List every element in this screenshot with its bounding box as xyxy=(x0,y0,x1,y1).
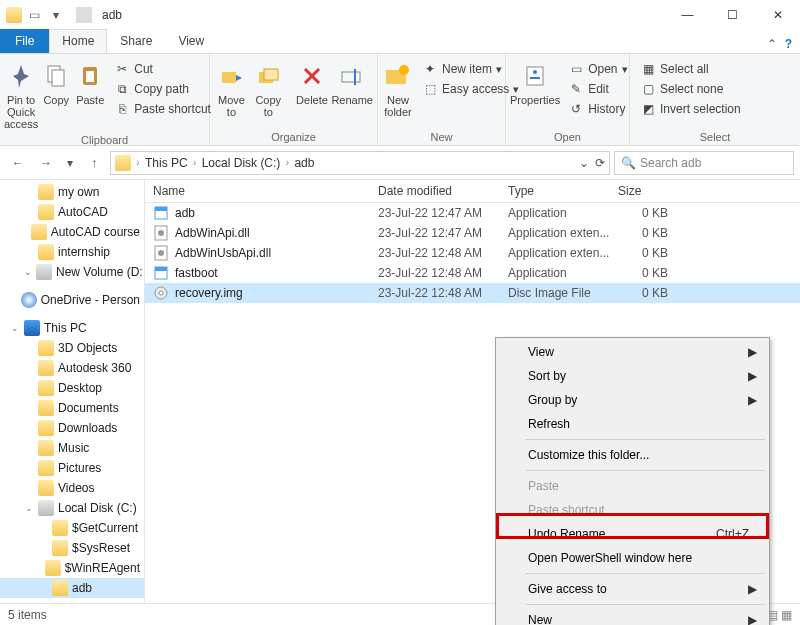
maximize-button[interactable]: ☐ xyxy=(710,0,755,30)
paste-shortcut-button[interactable]: ⎘Paste shortcut xyxy=(112,100,213,118)
cut-button[interactable]: ✂Cut xyxy=(112,60,213,78)
address-bar[interactable]: › This PC› Local Disk (C:)› adb ⌄⟳ xyxy=(110,151,610,175)
tab-view[interactable]: View xyxy=(165,29,217,53)
tree-item[interactable]: Desktop xyxy=(0,378,144,398)
move-to-button[interactable]: Move to xyxy=(214,58,249,120)
tree-item[interactable]: $SysReset xyxy=(0,538,144,558)
search-placeholder: Search adb xyxy=(640,156,701,170)
address-dropdown-icon[interactable]: ⌄ xyxy=(579,156,589,170)
qat-properties-icon[interactable]: ▭ xyxy=(26,7,42,23)
file-name: recovery.img xyxy=(175,286,378,300)
tree-item[interactable]: $WinREAgent xyxy=(0,558,144,578)
column-headers[interactable]: Name Date modified Type Size xyxy=(145,180,800,203)
move-to-icon xyxy=(215,60,247,92)
open-button[interactable]: ▭Open ▾ xyxy=(566,60,629,78)
ctx-open-powershell[interactable]: Open PowerShell window here xyxy=(498,546,767,570)
ribbon-tabs: File Home Share View ⌃ ? xyxy=(0,30,800,54)
col-size[interactable]: Size xyxy=(618,184,678,198)
ctx-view[interactable]: View▶ xyxy=(498,340,767,364)
ctx-sort-by[interactable]: Sort by▶ xyxy=(498,364,767,388)
svg-rect-11 xyxy=(527,67,543,85)
ribbon-collapse-icon[interactable]: ⌃ xyxy=(767,37,777,51)
tree-item-label: Local Disk (C:) xyxy=(58,501,137,515)
tab-share[interactable]: Share xyxy=(107,29,165,53)
ctx-refresh[interactable]: Refresh xyxy=(498,412,767,436)
view-mode-icons[interactable]: ▤ ▦ xyxy=(767,608,792,622)
file-type: Disc Image File xyxy=(508,286,618,300)
help-icon[interactable]: ? xyxy=(785,37,792,51)
file-type: Application exten... xyxy=(508,246,618,260)
rename-button[interactable]: Rename xyxy=(331,58,373,108)
col-type[interactable]: Type xyxy=(508,184,618,198)
copy-path-button[interactable]: ⧉Copy path xyxy=(112,80,213,98)
tree-item[interactable]: ⌄Local Disk (C:) xyxy=(0,498,144,518)
tree-item[interactable]: my own xyxy=(0,182,144,202)
nav-up-button[interactable]: ↑ xyxy=(82,151,106,175)
file-type: Application exten... xyxy=(508,226,618,240)
file-row[interactable]: recovery.img23-Jul-22 12:48 AMDisc Image… xyxy=(145,283,800,303)
tree-item[interactable]: 3D Objects xyxy=(0,338,144,358)
easy-access-icon: ⬚ xyxy=(422,81,438,97)
tree-item[interactable]: adb xyxy=(0,578,144,598)
select-all-button[interactable]: ▦Select all xyxy=(638,60,743,78)
file-row[interactable]: fastboot23-Jul-22 12:48 AMApplication0 K… xyxy=(145,263,800,283)
ctx-new[interactable]: New▶ xyxy=(498,608,767,625)
tree-item[interactable]: OneDrive - Person xyxy=(0,290,144,310)
nav-back-button[interactable]: ← xyxy=(6,151,30,175)
paste-button[interactable]: Paste xyxy=(74,58,106,108)
ctx-customize-folder[interactable]: Customize this folder... xyxy=(498,443,767,467)
copy-button[interactable]: Copy xyxy=(40,58,72,108)
tree-item[interactable]: Documents xyxy=(0,398,144,418)
svg-point-10 xyxy=(399,65,409,75)
file-row[interactable]: AdbWinUsbApi.dll23-Jul-22 12:48 AMApplic… xyxy=(145,243,800,263)
minimize-button[interactable]: — xyxy=(665,0,710,30)
tree-item[interactable]: AutoCAD course xyxy=(0,222,144,242)
file-row[interactable]: adb23-Jul-22 12:47 AMApplication0 KB xyxy=(145,203,800,223)
ribbon: Pin to Quick access Copy Paste ✂Cut ⧉Cop… xyxy=(0,54,800,146)
close-button[interactable]: ✕ xyxy=(755,0,800,30)
file-row[interactable]: AdbWinApi.dll23-Jul-22 12:47 AMApplicati… xyxy=(145,223,800,243)
tree-item[interactable]: ⌄New Volume (D: xyxy=(0,262,144,282)
tree-item[interactable]: Videos xyxy=(0,478,144,498)
properties-button[interactable]: Properties xyxy=(510,58,560,108)
tree-item[interactable]: ⌄This PC xyxy=(0,318,144,338)
tree-item[interactable]: Downloads xyxy=(0,418,144,438)
address-folder-icon xyxy=(115,155,131,171)
tab-file[interactable]: File xyxy=(0,29,49,53)
breadcrumb-3[interactable]: adb xyxy=(294,156,314,170)
new-folder-button[interactable]: New folder xyxy=(382,58,414,120)
ctx-group-by[interactable]: Group by▶ xyxy=(498,388,767,412)
tree-item[interactable]: Autodesk 360 xyxy=(0,358,144,378)
navigation-pane[interactable]: my ownAutoCADAutoCAD courseinternship⌄Ne… xyxy=(0,180,145,603)
edit-button[interactable]: ✎Edit xyxy=(566,80,629,98)
copy-to-button[interactable]: Copy to xyxy=(251,58,286,120)
ctx-give-access-to[interactable]: Give access to▶ xyxy=(498,577,767,601)
ctx-paste-shortcut: Paste shortcut xyxy=(498,498,767,522)
svg-rect-6 xyxy=(264,69,278,80)
invert-selection-button[interactable]: ◩Invert selection xyxy=(638,100,743,118)
folder-icon xyxy=(38,480,54,496)
refresh-button[interactable]: ⟳ xyxy=(595,156,605,170)
tree-item[interactable]: $GetCurrent xyxy=(0,518,144,538)
col-date[interactable]: Date modified xyxy=(378,184,508,198)
history-button[interactable]: ↺History xyxy=(566,100,629,118)
col-name[interactable]: Name xyxy=(153,184,378,198)
tree-item[interactable]: AutoCAD xyxy=(0,202,144,222)
breadcrumb-1[interactable]: This PC xyxy=(145,156,188,170)
delete-button[interactable]: Delete xyxy=(295,58,330,108)
select-none-button[interactable]: ▢Select none xyxy=(638,80,743,98)
pin-to-quick-access-button[interactable]: Pin to Quick access xyxy=(4,58,38,132)
search-input[interactable]: 🔍 Search adb xyxy=(614,151,794,175)
nav-forward-button[interactable]: → xyxy=(34,151,58,175)
open-group-label: Open xyxy=(510,129,625,145)
nav-recent-button[interactable]: ▾ xyxy=(62,151,78,175)
tree-item[interactable]: Pictures xyxy=(0,458,144,478)
copy-icon xyxy=(40,60,72,92)
breadcrumb-2[interactable]: Local Disk (C:) xyxy=(202,156,281,170)
qat-new-folder-icon[interactable]: ▾ xyxy=(48,7,64,23)
tree-item[interactable]: internship xyxy=(0,242,144,262)
ctx-undo-rename[interactable]: Undo RenameCtrl+Z xyxy=(498,522,767,546)
tab-home[interactable]: Home xyxy=(49,29,107,53)
tree-item[interactable]: Music xyxy=(0,438,144,458)
tree-item-label: 3D Objects xyxy=(58,341,117,355)
